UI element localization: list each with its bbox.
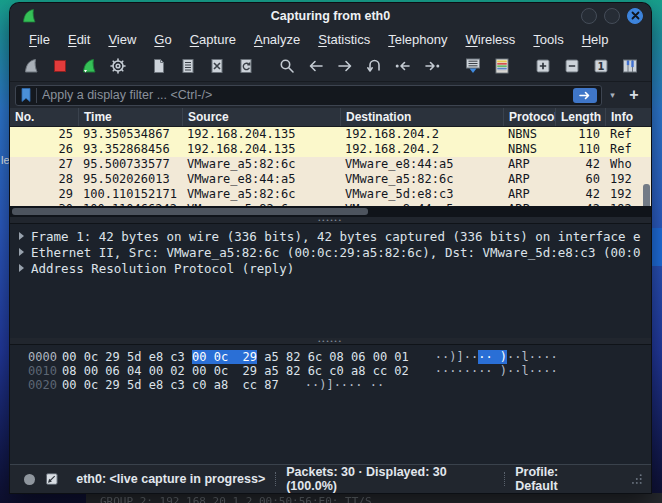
menu-tools[interactable]: Tools <box>524 30 572 49</box>
menu-help[interactable]: Help <box>573 30 618 49</box>
open-file-button[interactable] <box>146 54 172 78</box>
detail-text: Frame 1: 42 bytes on wire (336 bits), 42… <box>31 229 641 244</box>
cell-no: 25 <box>10 127 78 142</box>
cell-length: 110 <box>555 142 605 157</box>
reload-file-button[interactable] <box>233 54 259 78</box>
detail-row-frame[interactable]: Frame 1: 42 bytes on wire (336 bits), 42… <box>10 228 651 244</box>
cell-destination: VMware_a5:82:6c <box>340 172 503 187</box>
maximize-button[interactable] <box>604 8 620 24</box>
go-forward-button[interactable] <box>332 54 358 78</box>
minimize-button[interactable] <box>581 8 597 24</box>
column-protocol[interactable]: Protocol <box>503 108 555 126</box>
packet-list-vertical-scrollbar[interactable] <box>643 127 650 217</box>
hex-line[interactable]: 0010 08 00 06 04 00 02 00 0c 29 a5 82 6c… <box>10 364 651 378</box>
hex-offset: 0020 <box>10 378 62 392</box>
display-filter-input[interactable] <box>42 88 573 102</box>
menu-capture[interactable]: Capture <box>181 30 245 49</box>
detail-row-arp[interactable]: Address Resolution Protocol (reply) <box>10 260 651 276</box>
hex-bytes[interactable]: 00 0c 29 5d e8 c3 c0 a8 cc 87 <box>62 378 279 392</box>
ascii-bytes[interactable]: ··l···· <box>507 350 558 364</box>
background-terminal-window: GROUP 2: 192.168.20 1.2 00:50:56:E0: TT/… <box>86 493 662 503</box>
close-button[interactable] <box>627 8 643 24</box>
stop-capture-button[interactable] <box>47 54 73 78</box>
zoom-normal-button[interactable]: 1 <box>588 54 614 78</box>
menu-view[interactable]: View <box>99 30 145 49</box>
auto-scroll-button[interactable] <box>460 54 486 78</box>
start-capture-button[interactable] <box>18 54 44 78</box>
menu-edit[interactable]: Edit <box>59 30 99 49</box>
add-filter-button[interactable]: + <box>623 85 645 106</box>
column-info[interactable]: Info <box>605 108 651 126</box>
detail-row-ethernet[interactable]: Ethernet II, Src: VMware_a5:82:6c (00:0c… <box>10 244 651 260</box>
apply-filter-button[interactable] <box>573 88 597 103</box>
capture-options-button[interactable] <box>105 54 131 78</box>
scrollbar-thumb[interactable] <box>12 208 368 215</box>
capture-comment-icon[interactable] <box>45 472 59 486</box>
go-first-packet-button[interactable] <box>390 54 416 78</box>
profile-text[interactable]: Profile: Default <box>515 465 601 493</box>
menu-statistics[interactable]: Statistics <box>309 30 379 49</box>
display-filter-field[interactable] <box>15 85 602 106</box>
hex-line[interactable]: 0000 00 0c 29 5d e8 c3 00 0c 29 a5 82 6c… <box>10 350 651 364</box>
expand-triangle-icon[interactable] <box>19 248 24 256</box>
cell-length: 60 <box>555 172 605 187</box>
hex-bytes[interactable]: a5 82 6c 08 06 00 01 <box>257 350 409 364</box>
hex-dump-pane: 0000 00 0c 29 5d e8 c3 00 0c 29 a5 82 6c… <box>10 344 651 464</box>
detail-text: Address Resolution Protocol (reply) <box>31 261 294 276</box>
menu-telephony[interactable]: Telephony <box>379 30 456 49</box>
close-file-icon <box>208 57 226 75</box>
find-packet-button[interactable] <box>274 54 300 78</box>
go-to-packet-button[interactable] <box>361 54 387 78</box>
bookmark-icon[interactable] <box>19 87 33 103</box>
resize-columns-icon <box>621 57 639 75</box>
packet-row[interactable]: 25 93.350534867 192.168.204.135 192.168.… <box>10 127 651 142</box>
background-window-edge <box>650 228 662 266</box>
ascii-bytes[interactable]: ··)]···· ·· <box>305 378 384 392</box>
hex-bytes[interactable]: 08 00 06 04 00 02 00 0c 29 a5 82 6c c0 a… <box>62 364 409 378</box>
filter-dropdown-button[interactable]: ▾ <box>606 85 619 106</box>
resize-columns-button[interactable] <box>617 54 643 78</box>
column-source[interactable]: Source <box>182 108 340 126</box>
gear-icon <box>109 57 127 75</box>
selected-ascii-bytes[interactable]: ·· ) <box>478 350 507 364</box>
statusbar-separator <box>275 472 276 486</box>
resize-grip[interactable] <box>631 473 643 485</box>
expand-triangle-icon[interactable] <box>19 264 24 272</box>
ascii-bytes[interactable]: ··)]·· <box>435 350 478 364</box>
arrow-to-end-icon <box>423 57 441 75</box>
titlebar[interactable]: Capturing from eth0 <box>10 3 651 28</box>
column-destination[interactable]: Destination <box>340 108 503 126</box>
zoom-in-button[interactable] <box>530 54 556 78</box>
menu-file[interactable]: File <box>20 30 59 49</box>
packet-row[interactable]: 26 93.352868456 192.168.204.135 192.168.… <box>10 142 651 157</box>
close-file-button[interactable] <box>204 54 230 78</box>
cell-source: VMware_a5:82:6c <box>182 187 340 202</box>
colorize-packets-button[interactable] <box>489 54 515 78</box>
plus-icon: + <box>629 86 638 104</box>
column-time[interactable]: Time <box>78 108 182 126</box>
packet-row[interactable]: 27 95.500733577 VMware_a5:82:6c VMware_e… <box>10 157 651 172</box>
menu-analyze[interactable]: Analyze <box>245 30 309 49</box>
selected-hex-bytes[interactable]: 00 0c 29 <box>192 350 257 364</box>
expand-triangle-icon[interactable] <box>19 232 24 240</box>
ascii-bytes[interactable]: ········ )··l···· <box>435 364 558 378</box>
packet-row[interactable]: 28 95.502026013 VMware_e8:44:a5 VMware_a… <box>10 172 651 187</box>
background-terminal-text: GROUP 2: 192.168.20 1.2 00:50:56:E0: TT/… <box>100 495 372 503</box>
column-length[interactable]: Length <box>555 108 605 126</box>
expert-info-icon[interactable] <box>24 474 35 485</box>
packet-row[interactable]: 29 100.110152171 VMware_a5:82:6c VMware_… <box>10 187 651 202</box>
hex-line[interactable]: 0020 00 0c 29 5d e8 c3 c0 a8 cc 87 ··)]·… <box>10 378 651 392</box>
menu-go[interactable]: Go <box>145 30 180 49</box>
zoom-normal-icon: 1 <box>592 57 610 75</box>
go-back-button[interactable] <box>303 54 329 78</box>
cell-length: 42 <box>555 157 605 172</box>
go-last-packet-button[interactable] <box>419 54 445 78</box>
hex-bytes[interactable]: 00 0c 29 5d e8 c3 <box>62 350 192 364</box>
save-file-button[interactable] <box>175 54 201 78</box>
cell-no: 27 <box>10 157 78 172</box>
packet-list-horizontal-scrollbar[interactable] <box>10 206 651 217</box>
column-no[interactable]: No. <box>10 108 78 126</box>
zoom-out-button[interactable] <box>559 54 585 78</box>
restart-capture-button[interactable] <box>76 54 102 78</box>
menu-wireless[interactable]: Wireless <box>457 30 525 49</box>
